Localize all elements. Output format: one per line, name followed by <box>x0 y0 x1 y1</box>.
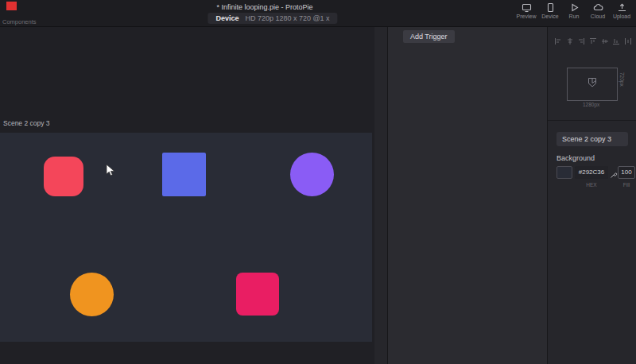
canvas-workspace[interactable]: Scene 2 copy 3 <box>0 26 387 364</box>
add-trigger-button[interactable]: Add Trigger <box>403 30 455 43</box>
titlebar-actions: Preview Device Run <box>514 2 634 19</box>
properties-panel: 720px 1280px Scene 2 copy 3 Background #… <box>547 26 636 364</box>
device-width-label: 1280px <box>583 102 599 107</box>
preview-icon <box>522 2 532 13</box>
window-title: * Infinite looping.pie - ProtoPie <box>216 3 312 11</box>
background-hex-input[interactable]: #292C36 <box>575 166 608 179</box>
upload-label: Upload <box>613 14 630 19</box>
align-middle-icon[interactable] <box>601 37 609 45</box>
mouse-cursor <box>106 164 115 180</box>
scene-label[interactable]: Scene 2 copy 3 <box>3 119 50 127</box>
align-left-icon[interactable] <box>554 37 562 45</box>
alignment-toolbar <box>554 37 632 45</box>
record-indicator[interactable] <box>6 2 17 10</box>
scene-canvas[interactable] <box>0 133 372 342</box>
scene-name-field[interactable]: Scene 2 copy 3 <box>556 132 628 146</box>
device-height-label: 720px <box>619 72 625 87</box>
orange-circle[interactable] <box>70 273 114 316</box>
eyedropper-icon[interactable] <box>610 168 618 182</box>
phone-icon <box>545 2 556 13</box>
red-rounded-square[interactable] <box>44 157 83 196</box>
background-fill-input[interactable]: 100 <box>618 166 635 179</box>
align-bottom-icon[interactable] <box>612 37 620 45</box>
run-button[interactable]: Run <box>562 2 586 19</box>
align-right-icon[interactable] <box>577 37 585 45</box>
protopie-logo-icon <box>585 76 599 93</box>
fill-caption: Fill <box>618 182 635 188</box>
background-swatch[interactable] <box>556 166 572 179</box>
panel-divider <box>548 120 636 121</box>
preview-label: Preview <box>517 14 537 19</box>
background-section-label: Background <box>556 154 595 162</box>
titlebar: * Infinite looping.pie - ProtoPie Device… <box>0 0 636 27</box>
play-icon <box>569 2 580 13</box>
upload-button[interactable]: Upload <box>610 2 634 19</box>
hex-caption: HEX <box>575 182 608 188</box>
preview-button[interactable]: Preview <box>514 2 538 19</box>
canvas-scrollbar[interactable] <box>374 26 387 364</box>
blue-square[interactable] <box>162 153 206 196</box>
upload-icon <box>617 2 627 13</box>
run-label: Run <box>569 14 580 19</box>
cloud-label: Cloud <box>591 14 605 19</box>
components-label[interactable]: Components <box>2 18 37 25</box>
device-label: Device <box>541 14 558 19</box>
distribute-icon[interactable] <box>624 37 632 45</box>
device-selector[interactable]: Device HD 720p 1280 x 720 @1 x <box>207 13 337 24</box>
trigger-panel: Add Trigger <box>387 26 548 364</box>
align-top-icon[interactable] <box>589 37 597 45</box>
magenta-rounded-square[interactable] <box>236 273 279 316</box>
cloud-button[interactable]: Cloud <box>586 2 610 19</box>
cloud-icon <box>593 2 603 13</box>
align-center-horizontal-icon[interactable] <box>566 37 574 45</box>
purple-circle[interactable] <box>290 153 334 196</box>
device-selector-label: Device <box>215 14 238 22</box>
device-button[interactable]: Device <box>538 2 562 19</box>
protopie-window: * Infinite looping.pie - ProtoPie Device… <box>0 0 636 364</box>
device-selector-spec: HD 720p 1280 x 720 @1 x <box>245 14 329 22</box>
device-preview-thumbnail <box>567 68 618 101</box>
